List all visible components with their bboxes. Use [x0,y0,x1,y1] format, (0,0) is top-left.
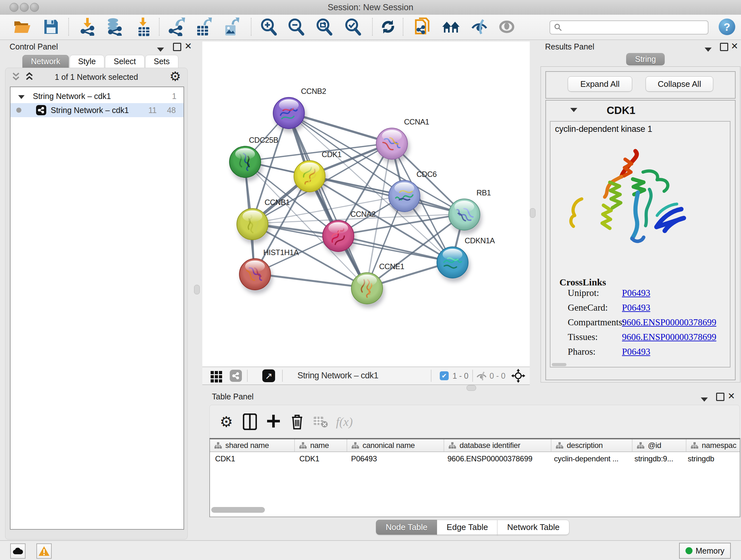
network-view-title: String Network – cdk1 [297,371,379,381]
import-network-icon[interactable] [78,17,97,37]
zoom-fit-icon[interactable] [315,17,334,37]
homes-icon[interactable] [442,17,461,37]
network-node-rb1[interactable] [448,199,480,231]
column-header[interactable]: canonical name [347,439,444,451]
table-cell[interactable]: CDK1 [294,454,346,463]
tab-select[interactable]: Select [105,55,144,68]
import-table-icon[interactable] [134,17,153,37]
tab-network-table[interactable]: Network Table [497,520,569,535]
crosslink-link[interactable]: P06493 [622,288,650,298]
gene-entry-header[interactable]: CDK1 [546,101,735,120]
zoom-out-icon[interactable] [286,17,306,37]
table-cell[interactable]: stringdb:9... [629,454,683,463]
cloud-icon[interactable] [10,543,25,559]
network-node-ccne1[interactable] [351,272,383,304]
table-row[interactable]: CDK1CDK1P064939606.ENSP00000378699cyclin… [210,452,740,465]
crosslink-link[interactable]: P06493 [622,302,650,313]
expand-all-button[interactable]: Expand All [568,76,632,91]
import-database-icon[interactable] [104,17,123,37]
network-node-cdkn1a[interactable] [436,246,468,278]
network-row-selected[interactable]: String Network – cdk1 11 48 [10,103,184,117]
column-header[interactable]: description [551,439,632,451]
network-canvas[interactable]: CCNB2CCNA1CDC25BCDK1CDC6RB1CCNB1CCNA2CDK… [202,42,530,367]
table-cell[interactable]: cyclin-dependent ... [549,454,629,463]
table-cell[interactable]: stringdb [683,454,738,463]
network-node-ccnb1[interactable] [237,208,268,240]
open-in-new-window-icon[interactable]: ↗ [262,369,275,382]
column-header[interactable]: name [295,439,347,451]
float-panel-icon[interactable] [701,395,708,403]
column-header[interactable]: shared name [210,439,295,451]
maximize-panel-icon[interactable] [720,43,728,53]
column-header[interactable]: database identifier [444,439,551,451]
export-network-icon[interactable] [167,17,186,37]
memory-button[interactable]: Memory [679,543,731,559]
close-panel-icon[interactable]: ✕ [731,42,738,51]
network-node-ccna2[interactable] [322,220,354,252]
crosslink-link[interactable]: 9606.ENSP00000378699 [622,332,717,342]
float-panel-icon[interactable] [704,45,712,54]
crosslink-link[interactable]: 9606.ENSP00000378699 [622,317,717,327]
network-node-cdc6[interactable] [388,180,420,212]
warning-icon[interactable] [37,543,52,559]
table-cell[interactable]: 9606.ENSP00000378699 [442,454,549,463]
selected-checkbox-icon[interactable]: ✔ [440,371,449,380]
tab-style[interactable]: Style [70,55,105,68]
maximize-panel-icon[interactable] [716,393,724,403]
table-cell[interactable]: CDK1 [210,454,294,463]
network-node-cdk1[interactable] [293,160,326,192]
table-cell[interactable]: P06493 [346,454,442,463]
crosslink-link[interactable]: P06493 [622,347,650,357]
left-splitter-handle[interactable] [194,285,200,294]
zoom-in-icon[interactable] [259,17,278,37]
share-document-icon[interactable] [413,17,432,37]
network-node-cdc25b[interactable] [229,146,261,178]
tab-sets[interactable]: Sets [145,55,179,68]
node-label-cdkn1a: CDKN1A [465,236,495,245]
collapse-tree-icon[interactable] [18,91,24,101]
maximize-panel-icon[interactable] [173,43,181,53]
open-session-icon[interactable] [13,17,32,37]
column-header[interactable]: @id [632,439,686,451]
hide-selected-icon[interactable] [470,17,489,37]
collapse-all-button[interactable]: Collapse All [646,76,713,91]
tab-node-table[interactable]: Node Table [376,520,437,535]
network-node-hist1h1a[interactable] [239,258,271,290]
close-panel-icon[interactable]: ✕ [185,42,192,51]
column-type-icon [690,442,698,449]
tab-edge-table[interactable]: Edge Table [437,520,498,535]
column-type-icon [448,442,456,449]
navigate-crosshair-icon[interactable] [511,369,525,384]
network-node-ccnb2[interactable] [273,97,305,129]
tab-network[interactable]: Network [22,55,69,68]
show-all-icon[interactable] [497,17,516,37]
help-icon[interactable]: ? [719,18,735,35]
table-options-gear-icon[interactable]: ⚙ [217,412,236,431]
table-horizontal-scrollbar[interactable] [211,507,265,513]
network-node-ccna1[interactable] [376,128,408,160]
add-column-icon[interactable] [264,412,283,431]
node-table[interactable]: shared namenamecanonical namedatabase id… [209,438,740,517]
search-input[interactable] [562,23,708,32]
bottom-splitter-handle[interactable] [467,385,476,391]
refresh-icon[interactable] [379,17,398,37]
delete-column-icon[interactable] [287,412,307,431]
export-table-icon[interactable] [195,17,214,37]
control-panel: Control Panel ✕ NetworkStyleSelectSets 1… [3,41,190,539]
network-options-gear-icon[interactable]: ⚙ [170,70,181,83]
zoom-selected-icon[interactable] [343,17,362,37]
float-panel-icon[interactable] [157,45,164,54]
string-view-icon[interactable] [230,370,242,382]
show-columns-icon[interactable] [240,412,259,431]
network-collection-row[interactable]: String Network – cdk1 1 [10,89,184,103]
tab-string[interactable]: String [626,53,665,65]
node-label-ccnb2: CCNB2 [301,87,326,96]
birdseye-grid-icon[interactable] [211,371,222,382]
export-image-icon[interactable] [222,17,241,37]
save-session-icon[interactable] [42,17,61,37]
close-panel-icon[interactable]: ✕ [728,392,735,401]
collapse-entry-icon[interactable] [570,108,577,113]
results-scrollbar[interactable] [552,363,566,366]
crosslinks-rows: Uniprot: P06493 GeneCard: P06493 Compart… [559,288,725,361]
column-header[interactable]: namespac [686,439,741,451]
